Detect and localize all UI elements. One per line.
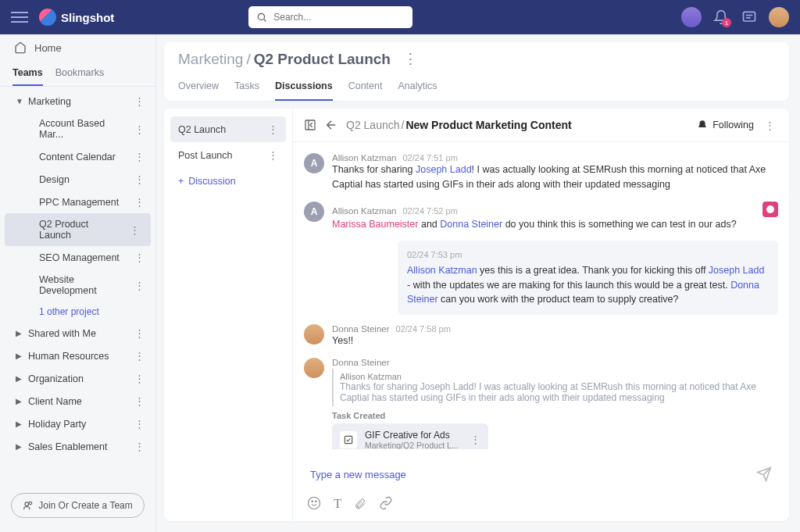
user-mention[interactable]: Donna Steiner	[407, 280, 759, 305]
sidebar-item-shared-with-me[interactable]: ▶Shared with Me⋮	[0, 322, 155, 345]
collapse-panel-icon[interactable]	[304, 119, 316, 131]
user-mention[interactable]: Allison Katzman	[407, 265, 477, 276]
chat-breadcrumb-parent[interactable]: Q2 Launch	[346, 119, 400, 131]
discussion-item[interactable]: Q2 Launch⋮	[170, 116, 286, 142]
svg-point-6	[29, 502, 32, 505]
back-icon[interactable]	[324, 118, 338, 132]
more-icon[interactable]: ⋮	[131, 123, 148, 135]
tab-content[interactable]: Content	[348, 74, 383, 101]
task-project: Marketing/Q2 Product L...	[365, 441, 459, 449]
message-time: 02/24 7:58 pm	[396, 324, 451, 334]
message-text: Marissa Baumeister and Donna Steiner do …	[332, 217, 778, 232]
sidebar-item-q2-product-launch[interactable]: Q2 Product Launch⋮	[5, 213, 151, 246]
message-avatar[interactable]	[304, 324, 324, 345]
send-icon[interactable]	[756, 466, 772, 482]
add-discussion-button[interactable]: +Discussion	[170, 168, 286, 195]
other-projects-link[interactable]: 1 other project	[0, 302, 155, 322]
more-icon[interactable]: ⋮	[131, 395, 148, 407]
tab-tasks[interactable]: Tasks	[234, 74, 259, 101]
more-icon[interactable]: ⋮	[131, 95, 148, 107]
more-icon[interactable]: ⋮	[268, 123, 278, 135]
more-icon[interactable]: ⋮	[131, 350, 148, 362]
more-icon[interactable]: ⋮	[268, 149, 278, 161]
message-author[interactable]: Donna Steiner	[332, 358, 390, 367]
more-icon[interactable]: ⋮	[131, 173, 148, 185]
brand-name: Slingshot	[61, 11, 114, 24]
more-icon[interactable]: ⋮	[131, 418, 148, 430]
chat-more-icon[interactable]: ⋮	[762, 120, 778, 131]
link-icon[interactable]	[379, 496, 393, 512]
sidebar-item-ppc-management[interactable]: PPC Management⋮	[0, 191, 155, 213]
more-icon[interactable]: ⋮	[127, 224, 143, 236]
sidebar-item-seo-management[interactable]: SEO Management⋮	[0, 246, 155, 269]
message-time: 02/24 7:51 pm	[402, 153, 457, 162]
chevron-icon: ▶	[16, 374, 22, 383]
message-author[interactable]: Allison Katzman	[332, 206, 396, 216]
sidebar-tab-bookmarks[interactable]: Bookmarks	[55, 61, 105, 86]
sidebar-item-design[interactable]: Design⋮	[0, 168, 155, 191]
sidebar-item-client-name[interactable]: ▶Client Name⋮	[0, 390, 155, 412]
breadcrumb-parent[interactable]: Marketing	[178, 51, 243, 68]
sidebar-home[interactable]: Home	[0, 34, 155, 61]
emoji-icon[interactable]	[307, 496, 321, 512]
message-avatar[interactable]: A	[304, 202, 324, 222]
chat-icon[interactable]	[741, 9, 758, 26]
more-icon[interactable]: ⋮	[131, 441, 148, 452]
more-icon[interactable]: ⋮	[131, 373, 148, 384]
task-card[interactable]: GIF Creative for Ads Marketing/Q2 Produc…	[332, 423, 488, 449]
user-mention[interactable]: Marissa Baumeister	[332, 219, 418, 230]
notification-icon[interactable]: 1	[712, 9, 730, 26]
tab-overview[interactable]: Overview	[178, 74, 219, 101]
message-input[interactable]	[310, 469, 756, 480]
message-badge-icon[interactable]	[762, 202, 778, 217]
tab-discussions[interactable]: Discussions	[275, 74, 333, 101]
more-icon[interactable]: ⋮	[131, 327, 148, 339]
svg-line-1	[264, 20, 266, 22]
message-composer[interactable]	[304, 457, 778, 491]
message: Donna Steiner Allison Katzman Thanks for…	[304, 353, 778, 449]
svg-point-16	[316, 501, 317, 502]
breadcrumb-more-icon[interactable]: ⋮	[403, 50, 418, 68]
message-avatar[interactable]: A	[304, 153, 324, 173]
sidebar-item-organization[interactable]: ▶Organization⋮	[0, 367, 155, 390]
chevron-icon: ▶	[16, 442, 22, 451]
brand-logo[interactable]: Slingshot	[39, 9, 114, 26]
user-mention[interactable]: Donna Steiner	[440, 219, 502, 230]
message-avatar[interactable]	[304, 358, 324, 378]
more-icon[interactable]: ⋮	[131, 151, 148, 162]
svg-rect-2	[744, 12, 755, 21]
sidebar-tab-teams[interactable]: Teams	[12, 61, 43, 86]
search-input[interactable]	[273, 12, 405, 23]
join-team-button[interactable]: Join Or Create a Team	[11, 493, 145, 518]
message-author[interactable]: Allison Katzman	[332, 153, 396, 162]
user-avatar[interactable]	[769, 7, 789, 27]
more-icon[interactable]: ⋮	[131, 280, 148, 291]
more-icon[interactable]: ⋮	[470, 434, 480, 445]
chevron-icon: ▼	[16, 97, 22, 105]
chevron-icon: ▶	[16, 329, 22, 337]
more-icon[interactable]: ⋮	[131, 196, 148, 208]
svg-point-10	[766, 205, 774, 213]
follow-button[interactable]: Following	[697, 120, 754, 130]
sidebar-item-account-based-mar-[interactable]: Account Based Mar...⋮	[0, 112, 155, 145]
sidebar-item-website-development[interactable]: Website Development⋮	[0, 269, 155, 302]
format-icon[interactable]: T	[334, 496, 341, 512]
sidebar-item-marketing[interactable]: ▼Marketing⋮	[0, 90, 155, 112]
app-avatar-icon[interactable]	[681, 7, 702, 27]
user-mention[interactable]: Joseph Ladd	[416, 164, 472, 175]
message-time: 02/24 7:53 pm	[407, 248, 769, 262]
sidebar-item-content-calendar[interactable]: Content Calendar⋮	[0, 145, 155, 168]
message-author[interactable]: Donna Steiner	[332, 324, 390, 334]
user-mention[interactable]: Joseph Ladd	[709, 265, 765, 276]
discussion-item[interactable]: Post Launch⋮	[170, 142, 286, 168]
attachment-icon[interactable]	[354, 496, 366, 512]
tab-analytics[interactable]: Analytics	[398, 74, 437, 101]
sidebar-item-human-resources[interactable]: ▶Human Resources⋮	[0, 345, 155, 367]
hamburger-icon[interactable]	[11, 9, 28, 26]
search-bar[interactable]	[248, 6, 412, 28]
more-icon[interactable]: ⋮	[131, 252, 148, 263]
svg-point-14	[309, 498, 320, 509]
sidebar-item-holiday-party[interactable]: ▶Holiday Party⋮	[0, 412, 155, 435]
sidebar-item-sales-enablement[interactable]: ▶Sales Enablement⋮	[0, 435, 155, 458]
message-text: Thanks for sharing Joseph Ladd! I was ac…	[332, 162, 778, 192]
